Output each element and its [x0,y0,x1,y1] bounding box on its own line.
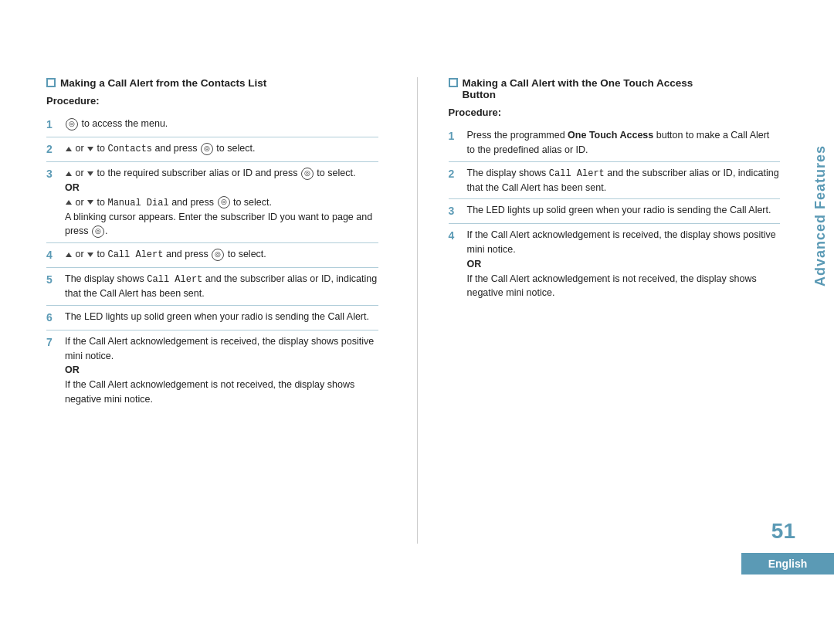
right-step-3: 3 The LED lights up solid green when you… [449,199,781,224]
select-icon-2: ◎ [201,143,213,155]
right-step-num-3: 3 [449,203,463,219]
select-icon-4: ◎ [212,249,224,261]
right-step-num-1: 1 [449,128,463,144]
arrow-up-3b [66,200,72,205]
right-step-4: 4 If the Call Alert acknowledgement is r… [449,224,781,304]
step-content-3: or to the required subscriber alias or I… [65,166,378,239]
manual-dial-code: Manual Dial [107,198,168,208]
advanced-features-label: Advanced Features [812,145,829,286]
right-heading-text: Making a Call Alert with the One Touch A… [463,77,693,100]
right-step-content-3: The LED lights up solid green when your … [467,203,781,218]
arrow-up-3 [66,171,72,176]
arrow-up-4 [66,253,72,257]
right-procedure-label: Procedure: [449,107,781,118]
right-step-content-4: If the Call Alert acknowledgement is rec… [467,228,781,300]
section-icon-right [449,78,458,87]
select-icon-3c: ◎ [92,225,104,238]
vertical-label: Advanced Features [806,93,834,340]
left-procedure-label: Procedure: [46,95,378,107]
left-heading-text: Making a Call Alert from the Contacts Li… [60,77,266,89]
call-alert-code-5: Call Alert [147,274,202,285]
step-num-7: 7 [46,334,60,351]
left-column: Making a Call Alert from the Contacts Li… [46,77,386,544]
main-content: Making a Call Alert from the Contacts Li… [46,77,788,544]
call-alert-code-4: Call Alert [107,249,163,260]
left-step-5: 5 The display shows Call Alert and the s… [46,268,378,306]
select-icon-3b: ◎ [218,196,230,208]
step-num-3: 3 [46,166,60,182]
right-step-num-2: 2 [449,166,463,182]
right-column: Making a Call Alert with the One Touch A… [449,77,788,544]
step-content-6: The LED lights up solid green when your … [65,310,378,324]
right-section-heading: Making a Call Alert with the One Touch A… [449,77,781,100]
left-step-3: 3 or to the required subscriber alias or… [46,162,378,243]
right-step-content-1: Press the programmed One Touch Access bu… [467,128,781,158]
menu-icon-1: ◎ [66,118,78,130]
or-label-3: OR [65,182,80,193]
contacts-code: Contacts [107,144,152,154]
right-steps-list: 1 Press the programmed One Touch Access … [449,124,781,304]
step-content-7: If the Call Alert acknowledgement is rec… [65,334,378,407]
left-step-2: 2 or to Contacts and press ◎ to select. [46,137,378,162]
left-step-1: 1 ◎ to access the menu. [46,113,378,137]
or-label-r4: OR [467,259,482,269]
one-touch-label: One Touch Access [568,130,653,141]
left-step-4: 4 or to Call Alert and press ◎ to select… [46,243,378,268]
step-content-2: or to Contacts and press ◎ to select. [65,141,378,156]
arrow-down-4 [87,253,93,257]
column-divider [417,77,418,544]
arrow-down-2 [87,147,93,151]
step-num-6: 6 [46,310,60,326]
right-step-content-2: The display shows Call Alert and the sub… [467,166,781,195]
right-step-1: 1 Press the programmed One Touch Access … [449,124,781,162]
step-num-2: 2 [46,141,60,158]
step-content-4: or to Call Alert and press ◎ to select. [65,247,378,262]
section-icon-left [46,78,56,87]
left-step-7: 7 If the Call Alert acknowledgement is r… [46,330,378,411]
right-step-2: 2 The display shows Call Alert and the s… [449,162,781,200]
arrow-down-3 [87,171,93,176]
step-content-5: The display shows Call Alert and the sub… [65,272,378,301]
left-section-heading: Making a Call Alert from the Contacts Li… [46,77,378,89]
step-content-1: ◎ to access the menu. [65,117,378,131]
page: Advanced Features 51 English Making a Ca… [0,0,834,644]
step-num-5: 5 [46,272,60,288]
left-steps-list: 1 ◎ to access the menu. 2 or to Contacts… [46,113,378,411]
call-alert-code-r2: Call Alert [549,168,605,179]
left-step-6: 6 The LED lights up solid green when you… [46,306,378,330]
right-step-num-4: 4 [449,228,463,244]
step-num-4: 4 [46,247,60,263]
arrow-down-3b [87,200,93,205]
english-badge: English [741,553,834,575]
or-label-7: OR [65,364,80,375]
select-icon-3: ◎ [301,168,314,180]
step-num-1: 1 [46,117,60,133]
arrow-up-2 [66,147,72,151]
